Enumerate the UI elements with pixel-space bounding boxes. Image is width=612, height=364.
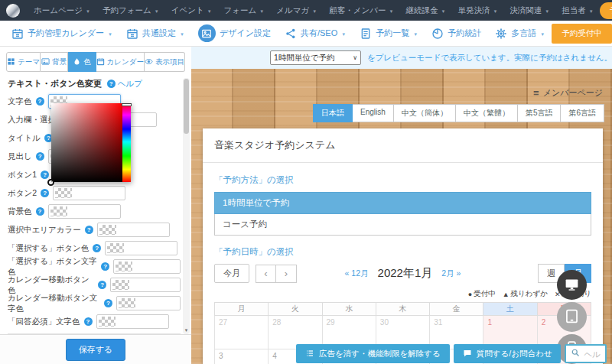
help-icon[interactable]: ?: [93, 244, 101, 252]
tab-display-items[interactable]: 表示項目: [145, 52, 185, 72]
panel-scrollbar[interactable]: ▼: [183, 78, 190, 334]
design-settings-panel: テーマ 背景 色 カレンダー 表示項目: [0, 47, 191, 364]
tablet-preview-button[interactable]: [557, 302, 587, 332]
help-icon[interactable]: ?: [36, 97, 44, 106]
help-icon[interactable]: ?: [98, 281, 106, 289]
topbar-menu-form[interactable]: フォーム: [218, 5, 271, 16]
saturation-brightness-area[interactable]: [51, 103, 122, 182]
remove-ads-button[interactable]: 広告を消す・機能制限を解除する: [296, 344, 450, 363]
hue-slider-handle[interactable]: [122, 103, 132, 106]
calendar-day-cell[interactable]: 3: [215, 349, 269, 364]
help-icon[interactable]: ?: [41, 171, 49, 179]
calendar-nav-button-color-input[interactable]: [110, 278, 181, 292]
lang-tab-chinese-simplified[interactable]: 中文（簡体）: [394, 104, 456, 122]
tab-color[interactable]: 色: [68, 52, 96, 72]
scrollbar-down-arrow[interactable]: ▼: [183, 326, 190, 334]
topbar-menu-homepage[interactable]: ホームページ: [28, 5, 96, 16]
topbar-menu-staff[interactable]: 担当者: [555, 5, 599, 16]
topbar-menu-event[interactable]: イベント: [165, 5, 218, 16]
lang-tab-chinese-traditional[interactable]: 中文（繁體）: [456, 104, 518, 122]
tab-background[interactable]: 背景: [41, 52, 68, 72]
lang-tab-japanese[interactable]: 日本語: [313, 104, 353, 122]
nav-design-settings[interactable]: デザイン設定: [191, 24, 278, 42]
legend-accepting: ●受付中: [468, 289, 496, 299]
calendar-day-cell[interactable]: 27: [215, 316, 269, 349]
topbar-menu-subscription[interactable]: 継続課金: [399, 5, 451, 16]
topbar-menu-single-payment[interactable]: 単発決済: [451, 5, 503, 16]
availability-legend: ●受付中 ▲残りわずか ✕締め切り: [214, 289, 591, 299]
topbar-menu-payments[interactable]: 決済関連: [503, 5, 555, 16]
lang-tab-language6[interactable]: 第6言語: [561, 104, 604, 122]
field-label: ボタン2: [8, 188, 37, 199]
app-logo[interactable]: [6, 4, 20, 18]
tab-calendar[interactable]: カレンダー: [96, 52, 145, 72]
required-text-color-input[interactable]: [96, 314, 169, 329]
chevron-down-icon: ∨: [353, 54, 357, 61]
form-title: 音楽スタジオ予約システム: [203, 128, 603, 163]
chevron-down-icon: [441, 6, 445, 15]
nav-item-label: 予約一覧: [376, 28, 409, 39]
topbar-menu-reservation-form[interactable]: 予約フォーム: [96, 5, 165, 16]
help-search-box[interactable]: [565, 344, 607, 363]
background-image-icon: [41, 57, 50, 67]
method-option-hourly[interactable]: 1時間単位で予約: [214, 192, 591, 214]
document-icon: [360, 28, 372, 40]
select-button-text-color-input[interactable]: [113, 259, 181, 274]
field-label: 背景色: [8, 206, 32, 217]
nav-share-seo[interactable]: 共有/SEO: [278, 28, 353, 40]
help-icon[interactable]: ?: [101, 262, 109, 271]
color-settings-scroll-area: テキスト・ボタン色変更 ?ヘルプ 文字色 ? 入力欄・選択欄背景 タイトル ?: [8, 78, 181, 334]
hue-slider[interactable]: [122, 103, 131, 182]
calendar-icon: [11, 28, 24, 40]
select-button-color-input[interactable]: [105, 241, 177, 255]
form-body: 「予約方法」の選択 1時間単位で予約 コース予約 「予約日時」の選択 今月 ‹ …: [203, 163, 603, 364]
help-icon[interactable]: ?: [36, 207, 44, 216]
tab-label: 色: [83, 57, 91, 67]
preview-form-select[interactable]: 1時間単位で予約 ∨: [270, 50, 361, 65]
scrollbar-thumb[interactable]: [184, 79, 189, 134]
menu-label: 継続課金: [405, 5, 438, 16]
nav-item-label: 予約統計: [448, 28, 481, 39]
desktop-preview-button[interactable]: [557, 270, 587, 300]
nav-reservation-calendar[interactable]: 予約管理カレンダー: [5, 28, 119, 40]
help-link[interactable]: ?ヘルプ: [107, 79, 142, 89]
this-month-button[interactable]: 今月: [214, 264, 249, 283]
lang-tab-english[interactable]: English: [353, 104, 394, 122]
monitor-icon: [564, 276, 580, 294]
topbar-menu-newsletter[interactable]: メルマガ: [270, 5, 323, 16]
save-button[interactable]: 保存する: [66, 339, 126, 361]
weekday-wed: 水: [322, 303, 376, 316]
share-icon: [285, 28, 297, 40]
selected-area-color-input[interactable]: [97, 223, 170, 237]
accepting-reservations-button[interactable]: 予約受付中: [552, 24, 612, 44]
background-color-input[interactable]: [48, 204, 121, 219]
nav-reservation-list[interactable]: 予約一覧: [353, 28, 425, 40]
member-page-link[interactable]: メンバーページ: [191, 69, 612, 99]
help-icon[interactable]: ?: [85, 226, 93, 234]
help-icon[interactable]: ?: [104, 299, 112, 307]
prev-month-arrow-button[interactable]: ‹: [256, 265, 276, 283]
nav-multilingual[interactable]: 多言語: [488, 28, 552, 40]
preview-area: 1時間単位で予約 ∨ をプレビューモードで表示しています。実際に予約はされません…: [191, 47, 612, 364]
chevron-down-icon: [493, 6, 497, 15]
topbar-menu-customers[interactable]: 顧客・メンバー: [323, 5, 399, 16]
next-month-link[interactable]: 2月 »: [441, 268, 461, 279]
next-month-arrow-button[interactable]: ›: [276, 265, 297, 283]
nav-reservation-stats[interactable]: 予約統計: [425, 28, 488, 40]
help-icon[interactable]: ?: [84, 317, 93, 326]
section-header: テキスト・ボタン色変更 ?ヘルプ: [8, 78, 181, 89]
show-reservation-form-button[interactable]: 予約フォームを表示: [600, 2, 612, 19]
color-picker-marker[interactable]: [47, 179, 54, 186]
help-icon[interactable]: ?: [41, 189, 49, 197]
calendar-nav-button-text-color-input[interactable]: [116, 296, 181, 310]
nav-common-settings[interactable]: 共通設定: [119, 28, 191, 40]
help-search-input[interactable]: [584, 349, 601, 359]
help-icon[interactable]: ?: [36, 152, 44, 161]
prev-month-link[interactable]: « 12月: [345, 268, 369, 279]
button2-color-input[interactable]: [53, 186, 125, 200]
method-option-course[interactable]: コース予約: [214, 214, 591, 236]
lang-tab-language5[interactable]: 第5言語: [518, 104, 562, 122]
contact-button[interactable]: 質問する/お問合わせ: [454, 344, 562, 363]
tab-theme[interactable]: テーマ: [6, 52, 41, 72]
tab-label: 背景: [52, 57, 67, 67]
